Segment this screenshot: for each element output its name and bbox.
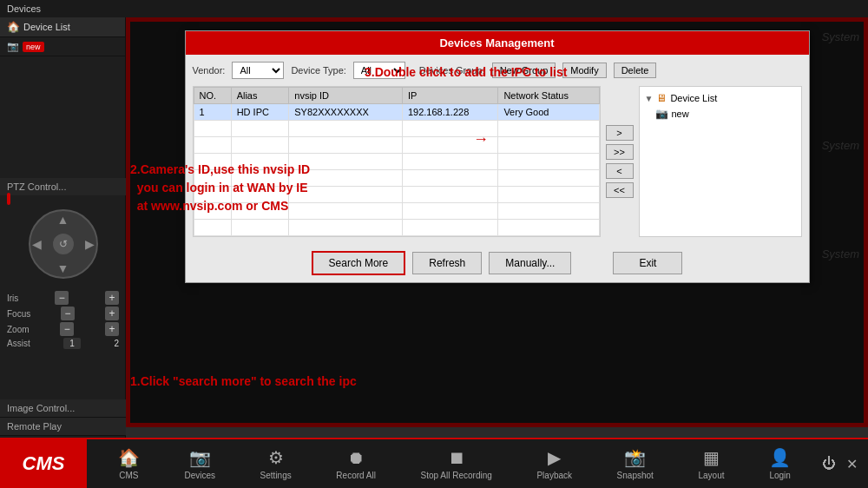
taskbar-item-login[interactable]: 👤 Login: [769, 447, 791, 480]
ptz-right-arrow[interactable]: ▶: [85, 237, 95, 251]
iris-focus-zoom: Iris − + Focus − + Zoom − + Assist 1 2: [0, 286, 126, 354]
home-icon: 🏠: [7, 21, 20, 33]
devices-label: Devices: [184, 471, 215, 480]
table-row[interactable]: 1 HD IPC SY82XXXXXXXX 192.168.1.228 Very…: [194, 104, 599, 121]
tree-children: 📷 new: [643, 106, 798, 122]
tree-folder-icon: 🖥: [656, 92, 667, 104]
arrow-buttons: > >> < <<: [604, 86, 635, 237]
cell-no: 1: [194, 104, 231, 121]
devices-management-dialog: Devices Management Vendor: All Device Ty…: [185, 30, 810, 283]
exit-taskbar-btn[interactable]: ✕: [846, 456, 858, 472]
col-no: NO.: [194, 88, 231, 104]
taskbar-item-record-all[interactable]: ⏺ Record All: [336, 448, 376, 480]
dialog-columns: NO. Alias nvsip ID IP Network Status 1 H…: [193, 86, 802, 237]
taskbar-item-layout[interactable]: ▦ Layout: [698, 447, 724, 480]
dialog-footer: Search More Refresh Manually... Exit: [186, 244, 809, 282]
taskbar-items: 🏠 CMS 📷 Devices ⚙ Settings ⏺ Record All …: [87, 447, 822, 480]
power-btn[interactable]: ⏻: [822, 456, 836, 472]
table-row-empty-6: [194, 203, 599, 220]
top-bar: Devices: [0, 0, 868, 17]
new-badge: new: [23, 42, 44, 52]
cms-label: CMS: [119, 471, 138, 480]
zoom-val: 1: [63, 338, 81, 349]
focus-label: Focus: [7, 309, 30, 319]
table-row-empty-5: [194, 187, 599, 203]
vendor-select[interactable]: All: [232, 62, 284, 79]
tree-child-new[interactable]: 📷 new: [654, 106, 798, 122]
zoom-minus-btn[interactable]: −: [60, 322, 74, 336]
settings-icon: ⚙: [268, 447, 284, 468]
taskbar-item-snapshot[interactable]: 📸 Snapshot: [617, 447, 654, 480]
delete-btn[interactable]: Delete: [614, 63, 657, 78]
arrow-right-single[interactable]: >: [606, 125, 634, 141]
taskbar-logo[interactable]: CMS: [0, 439, 87, 488]
col-nvsip: nvsip ID: [289, 88, 403, 104]
assist-label: Assist: [7, 339, 30, 348]
taskbar-item-cms[interactable]: 🏠 CMS: [118, 447, 140, 480]
arrow-left-double[interactable]: <<: [606, 182, 634, 198]
device-list-label: Device List: [23, 22, 70, 32]
modify-btn[interactable]: Modify: [562, 63, 606, 78]
focus-plus-btn[interactable]: +: [105, 307, 119, 320]
taskbar-item-playback[interactable]: ▶ Playback: [536, 447, 572, 480]
table-row-empty-3: [194, 154, 599, 170]
arrow-right-double[interactable]: >>: [606, 144, 634, 160]
exit-btn[interactable]: Exit: [613, 252, 682, 274]
ptz-down-arrow[interactable]: ▼: [57, 261, 69, 275]
layout-icon: ▦: [703, 447, 720, 468]
tree-child-label: new: [672, 109, 689, 119]
device-type-label: Device Type:: [291, 65, 345, 76]
ptz-slider[interactable]: [7, 193, 10, 205]
refresh-btn[interactable]: Refresh: [412, 252, 482, 274]
iris-plus-btn[interactable]: +: [105, 291, 119, 305]
sidebar: 🏠 Device List 📷 new PTZ Control... ▲ ▼ ◀…: [0, 17, 126, 445]
dialog-body: Vendor: All Device Type: All Devices Gro…: [186, 55, 809, 244]
new-item[interactable]: 📷 new: [0, 37, 125, 56]
zoom-label: Zoom: [7, 325, 30, 334]
taskbar-item-devices[interactable]: 📷 Devices: [184, 447, 215, 480]
zoom-row: Zoom − +: [7, 322, 119, 336]
taskbar-item-stop-recording[interactable]: ⏹ Stop All Recording: [421, 448, 492, 480]
layout-label: Layout: [698, 471, 724, 480]
iris-label: Iris: [7, 293, 18, 303]
taskbar: CMS 🏠 CMS 📷 Devices ⚙ Settings ⏺ Record …: [0, 438, 868, 488]
iris-minus-btn[interactable]: −: [55, 291, 69, 305]
focus-minus-btn[interactable]: −: [61, 307, 75, 320]
settings-label: Settings: [260, 471, 292, 480]
device-type-select[interactable]: All: [353, 62, 405, 79]
table-row-empty-1: [194, 121, 599, 137]
ptz-label[interactable]: PTZ Control...: [0, 178, 126, 195]
stop-recording-label: Stop All Recording: [421, 471, 492, 480]
tree-expand-icon[interactable]: ▼: [645, 94, 654, 103]
zoom-plus-btn[interactable]: +: [105, 322, 119, 336]
playback-label: Playback: [536, 471, 572, 480]
focus-row: Focus − +: [7, 307, 119, 320]
assist-row: Assist 1 2: [7, 338, 119, 349]
device-table: NO. Alias nvsip ID IP Network Status 1 H…: [194, 87, 600, 236]
ptz-section: PTZ Control... ▲ ▼ ◀ ▶ ↺ Iris − + Focus …: [0, 178, 126, 354]
new-group-btn[interactable]: New Group: [492, 63, 556, 78]
image-control-link[interactable]: Image Control...: [0, 399, 126, 418]
ptz-up-arrow[interactable]: ▲: [57, 213, 69, 227]
remote-play-link[interactable]: Remote Play: [0, 418, 126, 436]
sidebar-bottom-links: Image Control... Remote Play: [0, 399, 126, 436]
cell-ip: 192.168.1.228: [402, 104, 497, 121]
camera-icon-small: 📷: [7, 41, 19, 52]
assist-val: 2: [114, 339, 119, 348]
snapshot-icon: 📸: [624, 447, 646, 468]
search-more-btn[interactable]: Search More: [312, 251, 406, 275]
dialog-title: Devices Management: [186, 31, 809, 55]
tree-root-label: Device List: [670, 93, 717, 103]
manually-btn[interactable]: Manually...: [489, 252, 571, 274]
playback-icon: ▶: [548, 447, 561, 468]
ptz-left-arrow[interactable]: ◀: [32, 237, 42, 251]
ptz-circle[interactable]: ▲ ▼ ◀ ▶ ↺: [29, 209, 98, 279]
arrow-left-single[interactable]: <: [606, 163, 634, 179]
snapshot-label: Snapshot: [617, 471, 654, 480]
taskbar-item-settings[interactable]: ⚙ Settings: [260, 447, 292, 480]
sidebar-device-list[interactable]: 🏠 Device List: [0, 17, 125, 37]
table-row-empty-4: [194, 170, 599, 187]
login-icon: 👤: [769, 447, 791, 468]
device-tree-panel: ▼ 🖥 Device List 📷 new: [639, 86, 802, 237]
table-row-empty-7: [194, 220, 599, 236]
